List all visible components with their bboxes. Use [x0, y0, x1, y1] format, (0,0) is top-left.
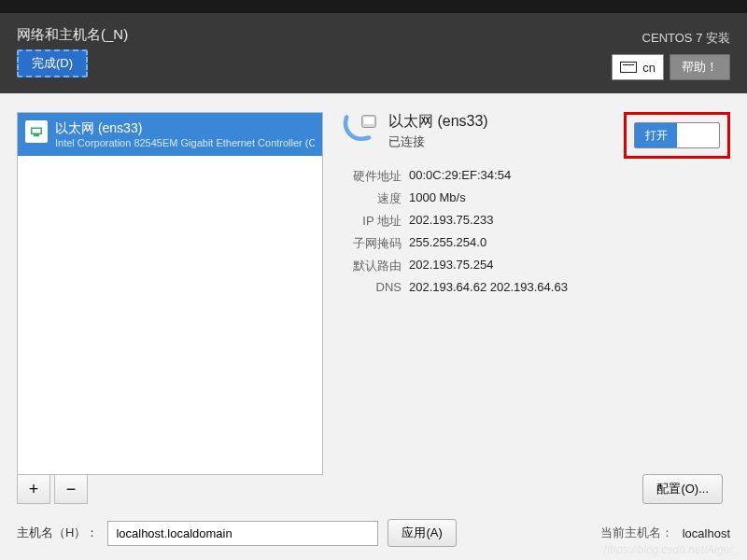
ethernet-large-icon	[338, 112, 379, 153]
nic-details: 硬件地址00:0C:29:EF:34:54 速度1000 Mb/s IP 地址2…	[338, 168, 723, 300]
ip-label: IP 地址	[338, 213, 402, 230]
svg-rect-2	[364, 118, 374, 124]
ethernet-icon	[25, 120, 48, 143]
nic-list: 以太网 (ens33) Intel Corporation 82545EM Gi…	[17, 112, 323, 475]
speed-label: 速度	[338, 190, 402, 207]
keyboard-layout-selector[interactable]: cn	[612, 54, 664, 80]
hwaddr-label: 硬件地址	[338, 168, 402, 185]
gateway-label: 默认路由	[338, 258, 402, 274]
installer-title: CENTOS 7 安装	[642, 30, 730, 47]
main-panel: 以太网 (ens33) Intel Corporation 82545EM Gi…	[0, 93, 747, 560]
installer-header: 网络和主机名(_N) 完成(D) CENTOS 7 安装 cn 帮助！	[0, 13, 747, 93]
hostname-label: 主机名（H）：	[17, 525, 98, 541]
done-button[interactable]: 完成(D)	[17, 49, 88, 77]
gateway-value: 202.193.75.254	[409, 258, 493, 274]
nic-list-item[interactable]: 以太网 (ens33) Intel Corporation 82545EM Gi…	[18, 113, 322, 156]
current-hostname-label: 当前主机名：	[600, 525, 673, 541]
toggle-off-side	[677, 123, 719, 147]
apply-button[interactable]: 应用(A)	[388, 519, 456, 547]
nic-list-panel: 以太网 (ens33) Intel Corporation 82545EM Gi…	[17, 112, 323, 504]
hwaddr-value: 00:0C:29:EF:34:54	[409, 168, 511, 185]
current-hostname-value: localhost	[683, 526, 730, 540]
toggle-on-label: 打开	[635, 123, 677, 147]
configure-button[interactable]: 配置(O)...	[642, 474, 723, 504]
add-nic-button[interactable]: +	[17, 474, 50, 504]
hostname-input[interactable]	[107, 521, 378, 546]
help-button[interactable]: 帮助！	[669, 54, 730, 80]
svg-rect-0	[33, 129, 41, 133]
hostname-row: 主机名（H）： 应用(A) 当前主机名： localhost	[17, 519, 730, 547]
highlight-box: 打开	[624, 112, 730, 159]
ip-value: 202.193.75.233	[409, 213, 493, 230]
remove-nic-button[interactable]: −	[54, 474, 88, 504]
nic-title: 以太网 (ens33)	[388, 112, 488, 132]
speed-value: 1000 Mb/s	[409, 190, 466, 207]
dns-label: DNS	[338, 280, 402, 294]
nic-item-subtitle: Intel Corporation 82545EM Gigabit Ethern…	[55, 137, 315, 148]
dns-value: 202.193.64.62 202.193.64.63	[409, 280, 568, 294]
header-right: CENTOS 7 安装 cn 帮助！	[612, 30, 730, 80]
window-titlebar	[0, 0, 747, 13]
nic-details-panel: 打开 以太网 (ens33) 已连接 硬件地址00:0C:29:EF:34:54…	[331, 112, 730, 504]
nic-item-title: 以太网 (ens33)	[55, 120, 315, 137]
mask-label: 子网掩码	[338, 235, 402, 252]
keyboard-layout-label: cn	[642, 61, 655, 75]
keyboard-icon	[620, 62, 637, 73]
nic-status: 已连接	[388, 133, 488, 150]
mask-value: 255.255.254.0	[409, 235, 486, 252]
connection-toggle[interactable]: 打开	[634, 122, 720, 148]
